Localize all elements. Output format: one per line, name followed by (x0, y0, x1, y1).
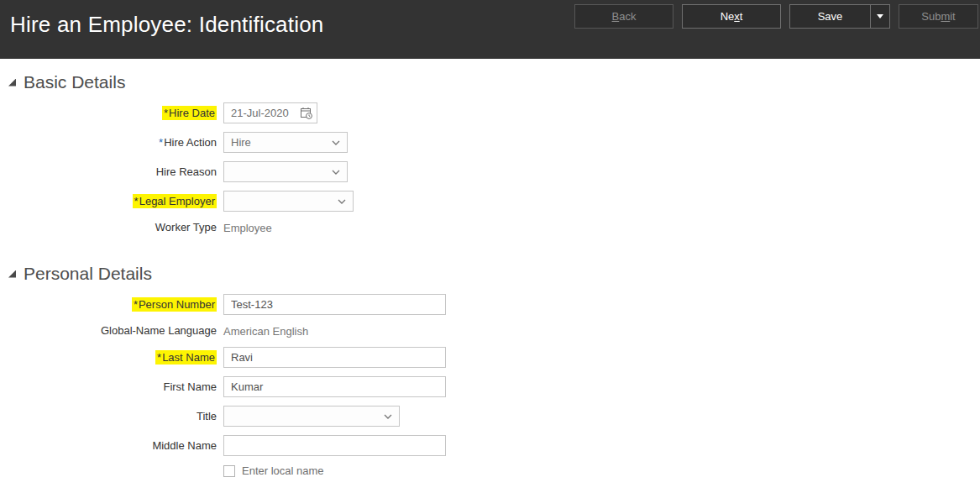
last-name-label: *Last Name (0, 350, 217, 365)
section-basic-details-header: Basic Details (8, 72, 980, 92)
enter-local-name-label: Enter local name (242, 464, 324, 477)
hire-action-label: *Hire Action (0, 135, 217, 150)
person-number-row: *Person Number (0, 294, 980, 315)
section-personal-details-title: Personal Details (24, 264, 152, 284)
worker-type-value: Employee (223, 222, 272, 234)
hire-date-label: *Hire Date (0, 106, 217, 121)
title-label: Title (0, 409, 217, 424)
hire-date-row: *Hire Date (0, 102, 980, 123)
date-picker-icon[interactable] (300, 107, 317, 120)
chevron-down-icon (338, 199, 353, 204)
worker-type-label: Worker Type (0, 220, 217, 235)
title-select[interactable] (223, 406, 400, 427)
next-button-label: Next (721, 10, 743, 23)
middle-name-row: Middle Name (0, 435, 980, 456)
person-number-field[interactable] (223, 294, 446, 315)
global-name-language-value: American English (223, 325, 308, 338)
last-name-field[interactable] (223, 347, 446, 368)
page-header: Hire an Employee: Identification Back Ne… (0, 0, 980, 59)
submit-button[interactable]: Submit (899, 4, 978, 29)
next-button[interactable]: Next (682, 4, 781, 29)
back-button-label: Back (612, 10, 637, 23)
section-basic-details-title: Basic Details (24, 72, 125, 92)
first-name-row: First Name (0, 376, 980, 397)
collapse-triangle-icon[interactable] (8, 79, 16, 87)
person-number-label: *Person Number (0, 297, 217, 312)
hire-action-select[interactable]: Hire (223, 132, 348, 153)
page-title: Hire an Employee: Identification (0, 0, 324, 38)
legal-employer-select[interactable] (223, 191, 354, 212)
worker-type-row: Worker Type Employee (0, 220, 980, 235)
save-split-button: Save (789, 4, 890, 29)
hire-date-input[interactable] (223, 102, 317, 123)
global-name-language-row: Global-Name Language American English (0, 323, 980, 338)
hire-action-row: *Hire Action Hire (0, 132, 980, 153)
chevron-down-icon (332, 170, 347, 175)
chevron-down-icon (332, 140, 347, 145)
caret-down-icon (877, 14, 883, 18)
middle-name-label: Middle Name (0, 438, 217, 454)
first-name-field[interactable] (223, 376, 446, 397)
middle-name-field[interactable] (223, 435, 446, 456)
back-button[interactable]: Back (574, 4, 673, 29)
hire-action-selected-value: Hire (231, 136, 251, 149)
last-name-row: *Last Name (0, 347, 980, 368)
first-name-label: First Name (0, 380, 217, 395)
save-button-label: Save (818, 10, 843, 23)
hire-date-field[interactable] (224, 107, 290, 119)
hire-reason-label: Hire Reason (0, 165, 217, 180)
submit-button-label: Submit (921, 10, 955, 23)
hire-reason-row: Hire Reason (0, 161, 980, 182)
collapse-triangle-icon[interactable] (8, 270, 16, 278)
legal-employer-row: *Legal Employer (0, 191, 980, 212)
save-menu-button[interactable] (870, 4, 890, 29)
section-personal-details-header: Personal Details (8, 264, 980, 284)
hire-reason-select[interactable] (223, 161, 348, 182)
enter-local-name-checkbox[interactable] (223, 465, 235, 477)
legal-employer-label: *Legal Employer (0, 194, 217, 209)
title-row: Title (0, 406, 980, 427)
header-toolbar: Back Next Save Submit (574, 0, 980, 29)
chevron-down-icon (384, 414, 399, 419)
save-button[interactable]: Save (789, 4, 871, 29)
global-name-language-label: Global-Name Language (0, 323, 217, 338)
enter-local-name-row: Enter local name (0, 464, 980, 477)
